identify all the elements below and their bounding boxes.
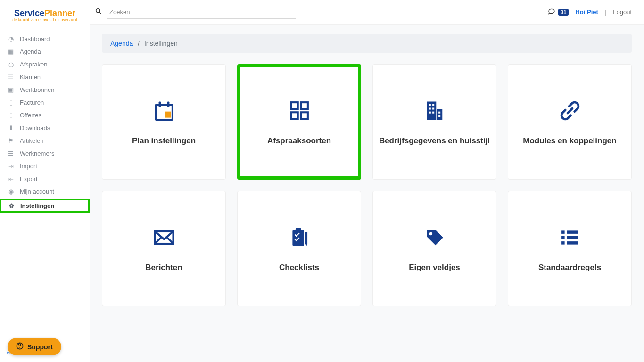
nav-werknemers[interactable]: ☰Werknemers: [0, 147, 90, 160]
card-grid: Plan instellingen Afspraaksoorten Bedrij…: [102, 64, 632, 306]
svg-rect-31: [567, 241, 578, 245]
file-icon: ▯: [7, 99, 15, 106]
svg-rect-28: [561, 236, 565, 239]
nav-label: Offertes: [20, 112, 41, 119]
nav-export[interactable]: ⇤Export: [0, 173, 90, 185]
nav-facturen[interactable]: ▯Facturen: [0, 96, 90, 109]
calendar-icon: [152, 99, 176, 123]
users-icon: ☰: [7, 74, 15, 81]
nav-label: Facturen: [20, 99, 44, 106]
tag-icon: [422, 225, 447, 250]
breadcrumb: Agenda / Instellingen: [102, 34, 632, 53]
svg-rect-8: [291, 112, 298, 119]
nav-import[interactable]: ⇥Import: [0, 160, 90, 173]
team-icon: ☰: [7, 150, 15, 157]
breadcrumb-sep: /: [138, 40, 140, 47]
nav-label: Afspraken: [20, 61, 48, 68]
card-afspraaksoorten[interactable]: Afspraaksoorten: [237, 64, 361, 180]
greeting-link[interactable]: Hoi Piet: [575, 8, 598, 16]
nav-instellingen[interactable]: ✿Instellingen: [0, 199, 90, 213]
import-icon: ⇥: [7, 163, 15, 170]
svg-rect-15: [432, 107, 434, 109]
card-title: Afspraaksoorten: [263, 136, 336, 146]
logo[interactable]: ServicePlanner de kracht van eenvoud en …: [0, 5, 90, 23]
question-icon: [16, 342, 24, 351]
gauge-icon: ◔: [7, 35, 15, 42]
svg-rect-23: [305, 232, 307, 243]
card-berichten[interactable]: Berichten: [102, 191, 226, 306]
sidebar: ServicePlanner de kracht van eenvoud en …: [0, 0, 90, 362]
card-title: Bedrijfsgegevens en huisstijl: [374, 136, 495, 146]
search-input[interactable]: [107, 6, 296, 19]
nav-label: Werknemers: [20, 150, 54, 157]
card-title: Modules en koppelingen: [518, 136, 621, 146]
card-standaardregels[interactable]: Standaardregels: [508, 191, 632, 306]
chat-icon: [548, 8, 555, 16]
logout-link[interactable]: Logout: [613, 8, 632, 16]
logo-tagline: de kracht van eenvoud en overzicht: [0, 17, 90, 22]
svg-rect-13: [432, 104, 434, 106]
card-bedrijfsgegevens[interactable]: Bedrijfsgegevens en huisstijl: [372, 64, 496, 180]
messages-badge: 31: [558, 9, 569, 16]
svg-rect-9: [301, 112, 308, 119]
building-icon: [422, 99, 447, 123]
file-icon: ▯: [7, 112, 15, 119]
svg-rect-29: [567, 236, 578, 239]
nav-klanten[interactable]: ☰Klanten: [0, 71, 90, 83]
card-title: Eigen veldjes: [404, 263, 465, 272]
nav-artikelen[interactable]: ⚑Artikelen: [0, 134, 90, 147]
card-checklists[interactable]: Checklists: [237, 191, 361, 306]
card-title: Checklists: [274, 263, 324, 272]
nav-label: Klanten: [20, 74, 41, 81]
gear-icon: ✿: [7, 202, 16, 209]
nav-agenda[interactable]: ▦Agenda: [0, 45, 90, 58]
svg-rect-18: [438, 111, 440, 113]
svg-rect-11: [437, 109, 442, 120]
nav-werkbonnen[interactable]: ▣Werkbonnen: [0, 83, 90, 96]
calendar-icon: ▦: [7, 48, 15, 55]
svg-marker-24: [305, 244, 307, 246]
svg-rect-4: [158, 101, 161, 107]
breadcrumb-root[interactable]: Agenda: [110, 40, 133, 47]
svg-rect-5: [167, 101, 169, 107]
card-title: Plan instellingen: [127, 136, 200, 146]
card-title: Berichten: [140, 263, 187, 272]
messages-button[interactable]: 31: [548, 8, 569, 16]
nav-label: Instellingen: [20, 202, 54, 209]
nav-offertes[interactable]: ▯Offertes: [0, 109, 90, 122]
nav-label: Mijn account: [20, 188, 54, 195]
flag-icon: ⚑: [7, 137, 15, 144]
svg-rect-30: [561, 241, 565, 245]
grid-icon: [287, 99, 312, 123]
search-icon[interactable]: [95, 8, 102, 16]
card-eigen-veldjes[interactable]: Eigen veldjes: [372, 191, 496, 306]
svg-rect-19: [438, 115, 440, 117]
svg-rect-26: [561, 230, 565, 234]
nav-downloads[interactable]: ⬇Downloads: [0, 122, 90, 134]
mail-icon: [152, 225, 176, 250]
nav-label: Werkbonnen: [20, 86, 54, 93]
svg-rect-10: [427, 101, 436, 120]
svg-rect-22: [295, 227, 300, 231]
search: [95, 6, 548, 19]
topbar-right: 31 Hoi Piet | Logout: [548, 8, 632, 16]
user-icon: ◉: [7, 188, 15, 195]
card-modules[interactable]: Modules en koppelingen: [508, 64, 632, 180]
nav-afspraken[interactable]: ◷Afspraken: [0, 58, 90, 71]
nav-list: ◔Dashboard ▦Agenda ◷Afspraken ☰Klanten ▣…: [0, 33, 90, 213]
divider: |: [605, 8, 606, 16]
nav-mijnaccount[interactable]: ◉Mijn account: [0, 185, 90, 198]
svg-rect-12: [429, 104, 430, 106]
card-plan-instellingen[interactable]: Plan instellingen: [102, 64, 226, 180]
card-title: Standaardregels: [534, 263, 606, 272]
svg-rect-3: [165, 111, 171, 117]
nav-label: Agenda: [20, 48, 41, 55]
svg-rect-16: [429, 111, 430, 113]
clipboard-icon: [287, 225, 312, 250]
nav-dashboard[interactable]: ◔Dashboard: [0, 33, 90, 45]
svg-line-1: [99, 12, 101, 14]
breadcrumb-current: Instellingen: [144, 40, 178, 47]
support-button[interactable]: Support: [8, 338, 61, 355]
svg-rect-17: [432, 111, 434, 113]
svg-point-25: [429, 232, 432, 235]
